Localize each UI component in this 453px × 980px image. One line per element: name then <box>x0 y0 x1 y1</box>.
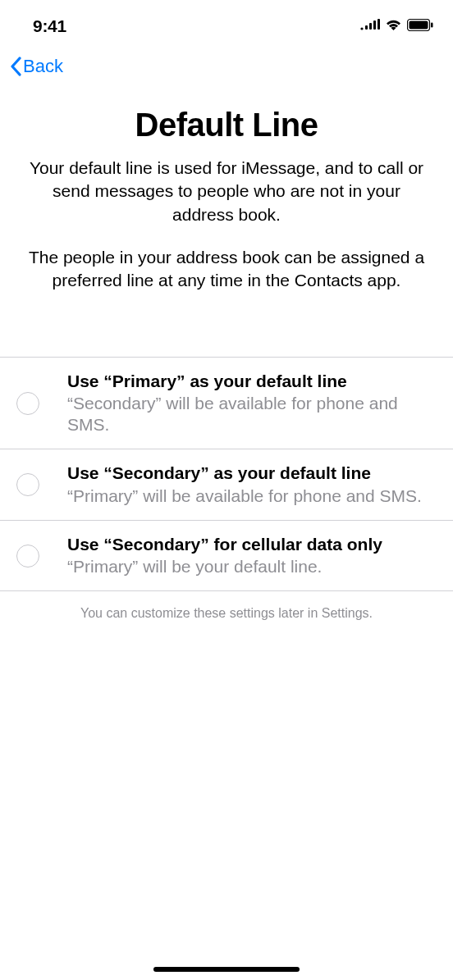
description-2: The people in your address book can be a… <box>23 246 430 293</box>
home-indicator[interactable] <box>153 967 300 972</box>
option-secondary-data-only[interactable]: Use “Secondary” for cellular data only “… <box>0 521 453 592</box>
option-text: Use “Secondary” for cellular data only “… <box>67 534 437 578</box>
svg-rect-7 <box>431 22 433 27</box>
cellular-signal-icon <box>360 19 380 34</box>
svg-point-0 <box>360 27 363 30</box>
option-primary-default[interactable]: Use “Primary” as your default line “Seco… <box>0 358 453 450</box>
option-secondary-default[interactable]: Use “Secondary” as your default line “Pr… <box>0 449 453 521</box>
description-1: Your default line is used for iMessage, … <box>23 157 430 226</box>
status-time: 9:41 <box>33 16 66 36</box>
option-subtitle: “Primary” will be available for phone an… <box>67 485 437 507</box>
back-button[interactable]: Back <box>10 56 63 77</box>
option-subtitle: “Primary” will be your default line. <box>67 556 437 577</box>
option-text: Use “Secondary” as your default line “Pr… <box>67 463 437 507</box>
status-bar: 9:41 <box>0 0 453 39</box>
option-title: Use “Secondary” as your default line <box>67 463 437 484</box>
radio-unselected-icon <box>16 392 39 415</box>
page-title: Default Line <box>23 107 430 144</box>
wifi-icon <box>385 19 402 34</box>
footer-note: You can customize these settings later i… <box>0 591 453 636</box>
svg-rect-1 <box>365 25 368 30</box>
option-subtitle: “Secondary” will be available for phone … <box>67 393 437 436</box>
back-label: Back <box>23 56 63 77</box>
svg-rect-2 <box>369 23 372 30</box>
radio-unselected-icon <box>16 473 39 496</box>
radio-unselected-icon <box>16 545 39 567</box>
nav-bar: Back <box>0 39 453 84</box>
chevron-left-icon <box>10 57 21 76</box>
option-title: Use “Secondary” for cellular data only <box>67 534 437 555</box>
svg-rect-4 <box>378 19 380 30</box>
svg-rect-6 <box>410 21 428 29</box>
option-title: Use “Primary” as your default line <box>67 371 437 392</box>
option-text: Use “Primary” as your default line “Seco… <box>67 371 437 436</box>
status-icons <box>360 19 433 34</box>
header-section: Default Line Your default line is used f… <box>0 84 453 293</box>
battery-icon <box>407 19 433 34</box>
options-list: Use “Primary” as your default line “Seco… <box>0 357 453 592</box>
svg-rect-3 <box>373 21 376 30</box>
